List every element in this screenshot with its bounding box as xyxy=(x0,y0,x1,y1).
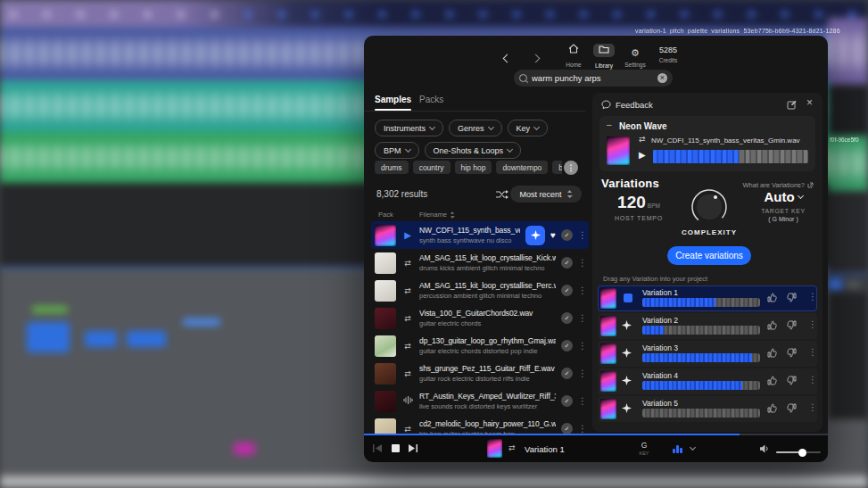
repeat-icon[interactable]: ⇄ xyxy=(401,286,414,295)
playback-progress-bar[interactable] xyxy=(364,434,828,435)
speaker-icon[interactable] xyxy=(759,444,770,453)
sample-row[interactable]: RT_Austin_Keys_Amped_Wurlitzer_Riff_39_K… xyxy=(371,387,589,415)
pack-name[interactable]: Neon Wave xyxy=(619,121,667,131)
variation-waveform[interactable] xyxy=(642,409,760,418)
create-variations-icon-button[interactable] xyxy=(525,226,545,245)
downloaded-check-icon[interactable]: ✓ xyxy=(561,395,573,407)
chip-boombap[interactable]: boom bap xyxy=(552,161,562,174)
variation-row[interactable]: Variation 5 ⋮ xyxy=(598,396,817,422)
variation-row[interactable]: Variation 1 ⋮ xyxy=(598,285,817,311)
sort-dropdown[interactable]: Most recent xyxy=(510,186,582,203)
more-options-icon[interactable]: ⋮ xyxy=(808,319,817,329)
thumbs-up-icon[interactable] xyxy=(767,376,777,385)
variation-row[interactable]: Variation 4 ⋮ xyxy=(598,368,817,394)
complexity-knob[interactable] xyxy=(687,186,732,228)
sample-row[interactable]: ⇄ dp_130_guitar_loop_go_rhythm_Gmaj.wav … xyxy=(371,332,589,360)
more-tags-button[interactable]: ⋮ xyxy=(564,161,578,175)
thumbs-down-icon[interactable] xyxy=(787,403,797,413)
pack-waveform[interactable] xyxy=(653,150,808,163)
now-playing-label[interactable]: Variation 1 xyxy=(525,444,565,454)
more-options-icon[interactable]: ⋮ xyxy=(578,368,585,378)
nav-credits[interactable]: 5285 Credits xyxy=(653,44,683,63)
variation-waveform[interactable] xyxy=(642,381,760,390)
nav-library[interactable]: Library xyxy=(589,44,619,69)
search-bar[interactable]: × xyxy=(514,70,673,87)
chip-hiphop[interactable]: hip hop xyxy=(455,161,492,174)
key-indicator[interactable]: G KEY xyxy=(636,441,652,456)
more-options-icon[interactable]: ⋮ xyxy=(578,396,585,406)
variation-row[interactable]: Variation 2 ⋮ xyxy=(598,313,817,339)
repeat-icon[interactable]: ⇄ xyxy=(401,369,414,378)
repeat-icon[interactable]: ⇄ xyxy=(401,342,414,351)
tab-samples[interactable]: Samples xyxy=(375,95,411,104)
variations-help-link[interactable]: What are Variations? xyxy=(743,181,814,189)
more-options-icon[interactable]: ⋮ xyxy=(578,230,585,240)
column-filename[interactable]: Filename xyxy=(419,211,455,219)
sample-row[interactable]: ⇄ shs_grunge_Pez_115_Guitar_Riff_E.wav g… xyxy=(371,360,589,387)
clear-search-icon[interactable]: × xyxy=(657,73,667,83)
downloaded-check-icon[interactable]: ✓ xyxy=(561,257,573,269)
feedback-compose-icon[interactable] xyxy=(787,100,797,110)
more-options-icon[interactable]: ⋮ xyxy=(808,347,817,357)
variation-waveform[interactable] xyxy=(642,353,760,362)
waveform-icon[interactable] xyxy=(401,396,414,406)
thumbs-up-icon[interactable] xyxy=(767,320,777,330)
thumbs-up-icon[interactable] xyxy=(767,348,777,358)
thumbs-down-icon[interactable] xyxy=(787,376,797,385)
repeat-icon[interactable]: ⇄ xyxy=(639,135,646,144)
filter-oneshots-loops[interactable]: One-Shots & Loops xyxy=(425,142,522,159)
repeat-icon[interactable]: ⇄ xyxy=(401,314,414,323)
more-options-icon[interactable]: ⋮ xyxy=(578,285,585,295)
chevron-down-icon[interactable] xyxy=(690,444,696,451)
filter-key[interactable]: Key xyxy=(508,120,549,136)
create-variations-button[interactable]: Create variations xyxy=(667,246,751,265)
repeat-icon[interactable]: ⇄ xyxy=(401,425,414,434)
downloaded-check-icon[interactable]: ✓ xyxy=(561,285,573,296)
nav-home[interactable]: Home xyxy=(558,44,589,68)
repeat-icon[interactable]: ⇄ xyxy=(401,259,414,268)
play-icon[interactable]: ▶ xyxy=(639,150,646,160)
more-options-icon[interactable]: ⋮ xyxy=(578,424,585,434)
variation-waveform[interactable] xyxy=(642,298,760,307)
sample-row[interactable]: ⇄ AM_SAG_115_kit_loop_crystallise_Kick.w… xyxy=(371,249,589,277)
downloaded-check-icon[interactable]: ✓ xyxy=(561,340,573,352)
downloaded-check-icon[interactable]: ✓ xyxy=(561,229,573,241)
tab-packs[interactable]: Packs xyxy=(419,95,443,104)
variation-row[interactable]: Variation 3 ⋮ xyxy=(598,341,817,367)
repeat-icon[interactable]: ⇄ xyxy=(508,443,516,452)
sample-row[interactable]: ⇄ AM_SAG_115_kit_loop_crystallise_Perc.w… xyxy=(371,277,589,304)
nav-settings[interactable]: ⚙ Settings xyxy=(620,44,650,68)
filter-bpm[interactable]: BPM xyxy=(375,142,419,159)
collapse-icon[interactable]: – xyxy=(607,120,612,129)
sample-row[interactable]: ▶ NW_CDFI_115_synth_bass_veritas_Gmin.wa… xyxy=(371,221,589,249)
nav-back-button[interactable] xyxy=(504,49,510,65)
more-options-icon[interactable]: ⋮ xyxy=(808,375,817,385)
volume-knob[interactable] xyxy=(798,449,806,457)
more-options-icon[interactable]: ⋮ xyxy=(578,258,585,268)
sample-filename[interactable]: NW_CDFI_115_synth_bass_veritas_Gmin.wav xyxy=(419,226,520,235)
play-icon[interactable]: ▶ xyxy=(401,230,414,240)
thumbs-up-icon[interactable] xyxy=(767,293,777,302)
heart-icon[interactable]: ♥ xyxy=(550,230,556,240)
more-options-icon[interactable]: ⋮ xyxy=(808,402,817,412)
previous-track-icon[interactable] xyxy=(373,444,382,452)
downloaded-check-icon[interactable]: ✓ xyxy=(561,368,573,379)
stop-icon[interactable] xyxy=(392,444,400,452)
more-options-icon[interactable]: ⋮ xyxy=(808,292,817,302)
shuffle-icon[interactable] xyxy=(496,190,508,199)
chip-country[interactable]: country xyxy=(413,161,451,174)
volume-slider[interactable] xyxy=(776,451,821,453)
sample-row[interactable]: ⇄ Vista_100_E_GuitarChords02.wav guitar … xyxy=(371,304,589,332)
more-options-icon[interactable]: ⋮ xyxy=(578,341,585,351)
column-pack[interactable]: Pack xyxy=(378,211,393,219)
thumbs-up-icon[interactable] xyxy=(767,403,777,413)
search-input[interactable] xyxy=(532,73,653,83)
downloaded-check-icon[interactable]: ✓ xyxy=(561,312,573,324)
nav-forward-button[interactable] xyxy=(533,49,539,65)
thumbs-down-icon[interactable] xyxy=(787,348,797,358)
next-track-icon[interactable] xyxy=(409,444,417,452)
target-key[interactable]: Auto TARGET KEY ( G Minor ) xyxy=(751,189,815,222)
visualizer-icon[interactable] xyxy=(673,444,682,453)
thumbs-down-icon[interactable] xyxy=(787,320,797,330)
thumbs-down-icon[interactable] xyxy=(787,293,797,302)
